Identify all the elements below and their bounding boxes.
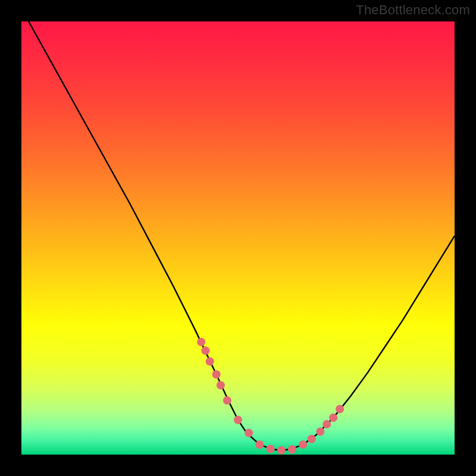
marker-dot bbox=[308, 435, 316, 443]
marker-dot bbox=[277, 446, 286, 455]
marker-dot bbox=[336, 405, 344, 414]
chart-svg bbox=[21, 21, 455, 455]
marker-dot bbox=[206, 357, 214, 365]
marker-dot bbox=[223, 396, 231, 405]
marker-dot bbox=[316, 427, 324, 436]
marker-dot bbox=[288, 445, 296, 453]
chart-plot-area bbox=[21, 21, 455, 455]
marker-dot bbox=[267, 445, 275, 453]
gradient-background bbox=[21, 21, 455, 455]
marker-dot bbox=[201, 346, 209, 355]
marker-dot bbox=[245, 429, 253, 437]
marker-dot bbox=[329, 414, 337, 422]
app-frame: TheBottleneck.com bbox=[0, 0, 476, 476]
watermark-text: TheBottleneck.com bbox=[356, 2, 470, 18]
marker-dot bbox=[217, 381, 225, 390]
marker-dot bbox=[197, 338, 205, 346]
marker-dot bbox=[255, 440, 264, 449]
marker-dot bbox=[299, 440, 307, 449]
marker-dot bbox=[234, 416, 242, 424]
marker-dot bbox=[322, 420, 331, 428]
marker-dot bbox=[212, 370, 221, 378]
